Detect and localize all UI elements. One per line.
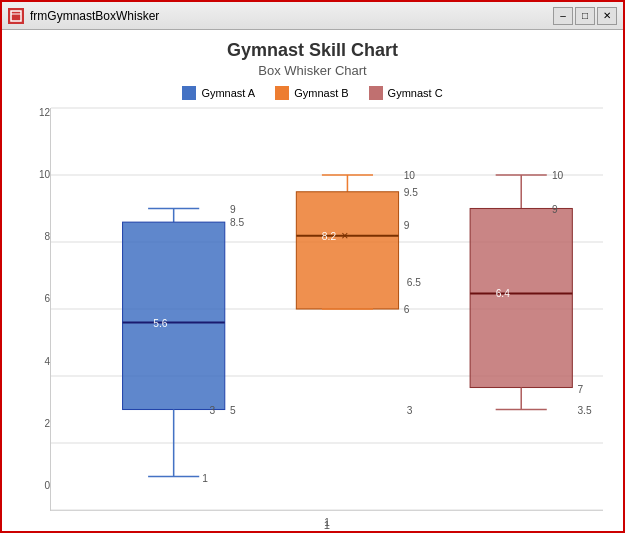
plot-area: 9 8.5 5.6 5 3 1 bbox=[50, 108, 603, 511]
window-title: frmGymnastBoxWhisker bbox=[30, 9, 159, 23]
legend-color-c bbox=[369, 86, 383, 100]
y-label-12: 12 bbox=[22, 108, 50, 118]
svg-text:6: 6 bbox=[404, 304, 410, 315]
chart-legend: Gymnast A Gymnast B Gymnast C bbox=[22, 86, 603, 100]
svg-text:5: 5 bbox=[230, 405, 236, 416]
legend-item-b: Gymnast B bbox=[275, 86, 348, 100]
svg-text:10: 10 bbox=[552, 170, 564, 181]
svg-text:1: 1 bbox=[202, 473, 208, 484]
legend-color-a bbox=[182, 86, 196, 100]
chart-subtitle: Box Whisker Chart bbox=[22, 63, 603, 78]
svg-text:×: × bbox=[341, 229, 348, 243]
svg-text:8.5: 8.5 bbox=[230, 217, 244, 228]
svg-text:10: 10 bbox=[404, 170, 416, 181]
title-bar-left: frmGymnastBoxWhisker bbox=[8, 8, 159, 24]
window-controls: – □ ✕ bbox=[553, 7, 617, 25]
svg-text:5.6: 5.6 bbox=[153, 318, 167, 329]
svg-text:9: 9 bbox=[552, 204, 558, 215]
svg-text:9: 9 bbox=[230, 204, 236, 215]
chart-container: Gymnast Skill Chart Box Whisker Chart Gy… bbox=[2, 30, 623, 531]
svg-rect-36 bbox=[470, 209, 572, 388]
svg-rect-0 bbox=[11, 11, 21, 21]
chart-svg: 9 8.5 5.6 5 3 1 bbox=[51, 108, 603, 510]
svg-text:9.5: 9.5 bbox=[404, 187, 418, 198]
chart-area: 12 10 8 6 4 2 0 bbox=[22, 108, 603, 511]
legend-item-a: Gymnast A bbox=[182, 86, 255, 100]
close-button[interactable]: ✕ bbox=[597, 7, 617, 25]
svg-text:3.5: 3.5 bbox=[577, 405, 591, 416]
legend-label-c: Gymnast C bbox=[388, 87, 443, 99]
title-bar: frmGymnastBoxWhisker – □ ✕ bbox=[2, 2, 623, 30]
y-label-4: 4 bbox=[22, 357, 50, 367]
y-label-10: 10 bbox=[22, 170, 50, 180]
svg-rect-23 bbox=[296, 192, 398, 309]
svg-text:8.2: 8.2 bbox=[322, 231, 336, 242]
minimize-button[interactable]: – bbox=[553, 7, 573, 25]
svg-text:6.4: 6.4 bbox=[496, 288, 510, 299]
main-window: frmGymnastBoxWhisker – □ ✕ Gymnast Skill… bbox=[0, 0, 625, 533]
legend-item-c: Gymnast C bbox=[369, 86, 443, 100]
legend-color-b bbox=[275, 86, 289, 100]
svg-text:6.5: 6.5 bbox=[407, 277, 421, 288]
svg-text:3: 3 bbox=[407, 405, 413, 416]
y-label-8: 8 bbox=[22, 232, 50, 242]
y-label-2: 2 bbox=[22, 419, 50, 429]
legend-label-a: Gymnast A bbox=[201, 87, 255, 99]
svg-rect-11 bbox=[123, 222, 225, 409]
legend-label-b: Gymnast B bbox=[294, 87, 348, 99]
y-label-6: 6 bbox=[22, 294, 50, 304]
x-axis-label: 1 bbox=[324, 517, 330, 528]
app-icon bbox=[8, 8, 24, 24]
y-label-0: 0 bbox=[22, 481, 50, 491]
y-axis: 12 10 8 6 4 2 0 bbox=[22, 108, 50, 511]
svg-text:3: 3 bbox=[209, 405, 215, 416]
chart-title: Gymnast Skill Chart bbox=[22, 40, 603, 61]
svg-text:7: 7 bbox=[577, 383, 583, 394]
svg-text:9: 9 bbox=[404, 219, 410, 230]
maximize-button[interactable]: □ bbox=[575, 7, 595, 25]
